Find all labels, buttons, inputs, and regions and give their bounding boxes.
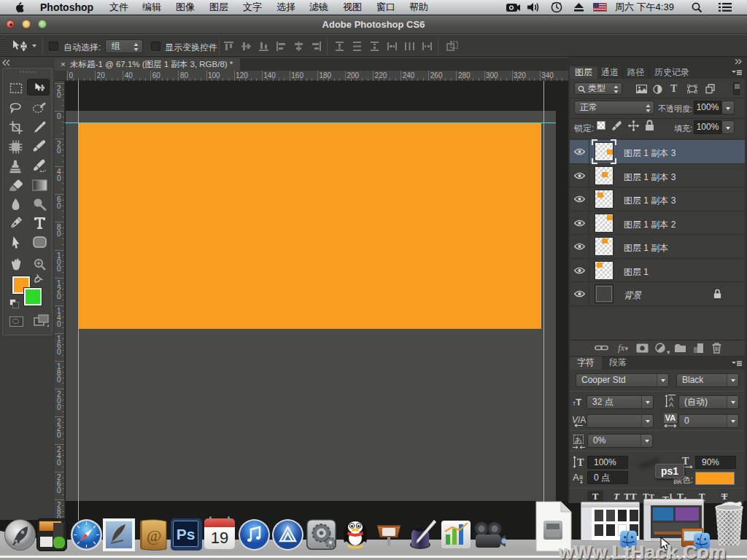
- svg-text:@: @: [147, 526, 161, 545]
